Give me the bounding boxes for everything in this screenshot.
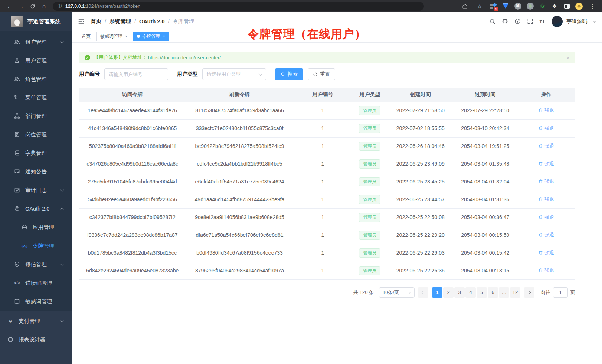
user-name[interactable]: 芋道源码 bbox=[566, 18, 587, 25]
extensions-puzzle-icon[interactable]: ❖ bbox=[551, 3, 558, 10]
tenant-icon bbox=[14, 39, 20, 45]
sidebar-item-app[interactable]: 应用管理 bbox=[0, 218, 72, 236]
browser-menu-icon[interactable]: ⋮ bbox=[588, 0, 598, 12]
force-logout-button[interactable]: 强退 bbox=[538, 232, 554, 238]
font-size-icon[interactable]: TT bbox=[540, 19, 545, 24]
force-logout-button[interactable]: 强退 bbox=[538, 161, 554, 167]
reset-button[interactable]: 重置 bbox=[308, 68, 335, 80]
sidebar-item-tenant[interactable]: 租户管理 bbox=[0, 33, 72, 51]
sidebar-item-pay[interactable]: ¥支付管理 bbox=[0, 312, 72, 330]
tab-close-icon[interactable]: × bbox=[125, 34, 127, 39]
extension-star-icon[interactable]: ✩ bbox=[539, 3, 546, 10]
force-logout-button[interactable]: 强退 bbox=[538, 214, 554, 221]
sidebar-item-report[interactable]: 报表设计器 bbox=[0, 330, 72, 349]
sidebar-item-dept[interactable]: 部门管理 bbox=[0, 107, 72, 125]
address-bar[interactable]: ⓘ 127.0.0.1:1024/system/oauth2/token bbox=[53, 2, 424, 11]
force-logout-button[interactable]: 强退 bbox=[538, 125, 554, 132]
sidebar-item-dict[interactable]: 字典管理 bbox=[0, 144, 72, 162]
sidebar-item-sms[interactable]: 短信管理 bbox=[0, 255, 72, 274]
column-header: 创建时间 bbox=[388, 88, 453, 102]
browser-home-icon[interactable]: ⌂ bbox=[39, 0, 49, 12]
alert-close-icon[interactable]: × bbox=[566, 54, 570, 61]
breadcrumb-item[interactable]: 系统管理 bbox=[109, 18, 131, 25]
app-logo[interactable]: 芋道管理系统 bbox=[0, 12, 72, 31]
page-button-12[interactable]: 12 bbox=[510, 287, 520, 298]
page-button-1[interactable]: 1 bbox=[432, 287, 442, 298]
sidebar-item-audit[interactable]: 审计日志 bbox=[0, 181, 72, 199]
prev-page-button[interactable] bbox=[418, 287, 428, 298]
doc-link[interactable]: https://doc.iocoder.cn/user-center/ bbox=[148, 55, 221, 60]
app-icon bbox=[22, 224, 27, 230]
search-button[interactable]: 搜索 bbox=[275, 68, 303, 80]
user-avatar[interactable] bbox=[552, 16, 563, 27]
extension-dot-icon[interactable] bbox=[526, 3, 534, 10]
page-size-select[interactable]: 10条/页 bbox=[379, 287, 415, 298]
sidebar-collapse-icon[interactable] bbox=[78, 18, 85, 25]
search-icon[interactable] bbox=[489, 18, 495, 24]
cell-access: 275e5de9151045fe87cbdc395e004f4d bbox=[79, 173, 186, 191]
breadcrumb-item[interactable]: OAuth 2.0 bbox=[139, 19, 164, 24]
sidebar-item-notice[interactable]: 通知公告 bbox=[0, 162, 72, 181]
sidebar-item-oauth[interactable]: OAuth 2.0 bbox=[0, 199, 72, 218]
cell-action: 强退 bbox=[517, 226, 575, 244]
share-icon[interactable] bbox=[460, 0, 470, 12]
force-logout-button[interactable]: 强退 bbox=[538, 143, 554, 149]
page-button-2[interactable]: 2 bbox=[443, 287, 454, 298]
user-type-select[interactable]: 请选择用户类型 bbox=[202, 68, 266, 80]
extension-command-icon[interactable]: ⌘ bbox=[514, 3, 521, 10]
sidebar-item-role[interactable]: 角色管理 bbox=[0, 70, 72, 88]
force-logout-label: 强退 bbox=[544, 107, 554, 114]
table-row: 41c41346a548490f9dc8b01c6bfe0865333ecfc7… bbox=[79, 119, 575, 137]
trash-icon bbox=[538, 108, 543, 113]
goto-page-input[interactable] bbox=[553, 287, 568, 298]
breadcrumb-separator: / bbox=[105, 19, 106, 24]
browser-profile-avatar[interactable]: ☺ bbox=[575, 3, 583, 10]
site-info-icon[interactable]: ⓘ bbox=[58, 3, 62, 9]
user-id-input[interactable] bbox=[104, 68, 168, 80]
cell-action: 强退 bbox=[517, 208, 575, 226]
sidebar-item-token[interactable]: ((A))令牌管理 bbox=[0, 236, 72, 255]
extension-pixel-icon[interactable]: 9 bbox=[490, 3, 497, 10]
force-logout-button[interactable]: 强退 bbox=[538, 196, 554, 203]
sidebar-item-user[interactable]: 用户管理 bbox=[0, 51, 72, 70]
user-type-badge: 管理员 bbox=[359, 159, 380, 169]
force-logout-button[interactable]: 强退 bbox=[538, 249, 554, 256]
browser-forward-icon[interactable]: → bbox=[16, 0, 26, 12]
tab-敏感词管理[interactable]: 敏感词管理× bbox=[96, 32, 131, 41]
bookmark-star-icon[interactable]: ☆ bbox=[475, 0, 485, 12]
force-logout-button[interactable]: 强退 bbox=[538, 178, 554, 185]
breadcrumb-item[interactable]: 首页 bbox=[91, 18, 101, 25]
next-page-button[interactable] bbox=[524, 287, 534, 298]
github-icon[interactable] bbox=[502, 18, 508, 24]
fullscreen-icon[interactable] bbox=[527, 18, 533, 24]
side-panel-icon[interactable] bbox=[563, 3, 570, 10]
cell-user-type: 管理员 bbox=[352, 155, 387, 173]
user-menu-caret-icon[interactable] bbox=[593, 19, 596, 22]
cell-expired: 2054-03-04 00:36:47 bbox=[453, 208, 517, 226]
sidebar-item-errcode[interactable]: </>错误码管理 bbox=[0, 274, 72, 292]
page-button-3[interactable]: 3 bbox=[454, 287, 465, 298]
help-icon[interactable] bbox=[514, 18, 521, 24]
tab-首页[interactable]: 首页 bbox=[78, 32, 94, 41]
user-icon bbox=[14, 57, 20, 63]
force-logout-button[interactable]: 强退 bbox=[538, 107, 554, 114]
tab-close-icon[interactable]: × bbox=[163, 34, 165, 39]
tab-令牌管理[interactable]: 令牌管理× bbox=[133, 32, 169, 41]
sidebar-item-post[interactable]: 岗位管理 bbox=[0, 125, 72, 144]
column-header: 过期时间 bbox=[453, 88, 517, 102]
dept-icon bbox=[14, 113, 20, 119]
cell-user_id: 1 bbox=[294, 137, 352, 155]
page-button-5[interactable]: 5 bbox=[477, 287, 487, 298]
page-ellipsis[interactable]: … bbox=[499, 287, 509, 298]
force-logout-label: 强退 bbox=[544, 143, 554, 149]
extension-gem-icon[interactable] bbox=[502, 3, 509, 10]
force-logout-button[interactable]: 强退 bbox=[538, 267, 554, 274]
browser-reload-icon[interactable] bbox=[27, 0, 37, 12]
browser-back-icon[interactable]: ← bbox=[4, 0, 14, 12]
sidebar-item-sensitive[interactable]: 敏感词管理 bbox=[0, 292, 72, 311]
breadcrumb-separator: / bbox=[168, 19, 170, 24]
oauth-icon bbox=[14, 206, 20, 212]
page-button-4[interactable]: 4 bbox=[465, 287, 476, 298]
sidebar-item-menu[interactable]: 菜单管理 bbox=[0, 88, 72, 107]
page-button-6[interactable]: 6 bbox=[488, 287, 498, 298]
